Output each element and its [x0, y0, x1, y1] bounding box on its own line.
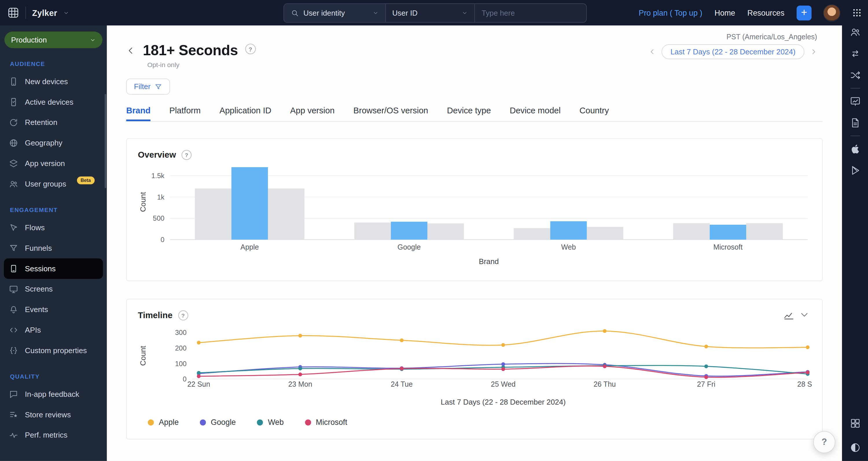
tab-device-type[interactable]: Device type — [447, 105, 491, 121]
sidebar-item-label: Retention — [25, 118, 57, 127]
search-input[interactable] — [475, 4, 587, 22]
overview-bar-chart[interactable]: 05001k1.5kAppleGoogleWebMicrosoftCountBr… — [138, 163, 812, 269]
sidebar-item-flows[interactable]: Flows — [4, 218, 103, 238]
chart-type-selector[interactable] — [783, 309, 810, 321]
tab-browser-os-version[interactable]: Browser/OS version — [353, 105, 428, 121]
date-range-pill[interactable]: Last 7 Days (22 - 28 December 2024) — [662, 44, 804, 59]
sidebar-item-geography[interactable]: Geography — [4, 133, 103, 153]
search-scope-select[interactable]: User identity — [284, 4, 386, 22]
date-next-icon[interactable] — [810, 48, 817, 55]
tab-platform[interactable]: Platform — [169, 105, 200, 121]
section-label-quality: QUALITY — [10, 373, 107, 380]
sidebar-item-app-version[interactable]: App version — [4, 153, 103, 174]
apple-icon[interactable] — [849, 143, 861, 155]
tab-application-id[interactable]: Application ID — [220, 105, 271, 121]
sidebar-item-retention[interactable]: Retention — [4, 112, 103, 133]
sidebar-item-apis[interactable]: APIs — [4, 320, 103, 340]
pro-plan-link[interactable]: Pro plan — [639, 8, 668, 18]
svg-text:0: 0 — [161, 236, 164, 243]
back-icon[interactable] — [126, 46, 136, 56]
theme-toggle-icon[interactable] — [849, 442, 861, 453]
windows-grid-icon[interactable] — [849, 418, 861, 429]
svg-text:1k: 1k — [157, 193, 164, 201]
shuffle-icon[interactable] — [849, 70, 861, 81]
svg-text:24 Tue: 24 Tue — [391, 380, 412, 388]
tab-brand[interactable]: Brand — [126, 105, 151, 121]
svg-text:26 Thu: 26 Thu — [593, 380, 616, 388]
add-button[interactable]: + — [797, 5, 812, 20]
sidebar-item-active-devices[interactable]: Active devices — [4, 92, 103, 112]
sidebar-item-screens[interactable]: Screens — [4, 279, 103, 299]
svg-text:Last 7 Days (22 - 28 December: Last 7 Days (22 - 28 December 2024) — [441, 398, 566, 406]
timeline-line-chart[interactable]: 010020030022 Sun23 Mon24 Tue25 Wed26 Thu… — [138, 324, 812, 411]
resources-link[interactable]: Resources — [747, 8, 784, 18]
svg-text:Google: Google — [398, 243, 421, 251]
flows-icon — [9, 223, 19, 233]
brand-chevron-icon[interactable] — [63, 9, 69, 15]
top-up-link[interactable]: ( Top up ) — [670, 8, 703, 18]
svg-text:25 Wed: 25 Wed — [491, 380, 516, 388]
app-launcher-icon[interactable] — [7, 7, 20, 19]
svg-text:Microsoft: Microsoft — [713, 243, 743, 251]
legend-item-apple[interactable]: Apple — [148, 418, 179, 427]
search-field-select[interactable]: User ID — [386, 4, 475, 22]
svg-text:100: 100 — [175, 360, 187, 368]
filter-funnel-icon — [155, 83, 162, 91]
overview-title: Overview — [138, 150, 176, 160]
environment-selector[interactable]: Production — [4, 32, 102, 48]
sidebar: Production AUDIENCE New devices Active d… — [0, 26, 107, 461]
title-help-icon[interactable]: ? — [245, 44, 255, 54]
floating-help-button[interactable]: ? — [813, 431, 836, 453]
svg-text:200: 200 — [175, 344, 187, 352]
legend-label: Web — [268, 418, 284, 427]
brand-name[interactable]: Zylker — [32, 8, 57, 18]
monitor-chart-icon[interactable] — [849, 96, 861, 107]
topbar-right: Pro plan ( Top up ) Home Resources + — [639, 5, 868, 21]
legend-item-microsoft[interactable]: Microsoft — [305, 418, 347, 427]
funnels-icon — [9, 243, 19, 253]
swap-arrows-icon[interactable] — [849, 48, 861, 59]
sidebar-item-new-devices[interactable]: New devices — [4, 71, 103, 92]
main-content: PST (America/Los_Angeles) Last 7 Days (2… — [107, 26, 842, 461]
svg-text:300: 300 — [175, 329, 187, 337]
svg-text:27 Fri: 27 Fri — [697, 380, 715, 388]
sidebar-item-custom-properties[interactable]: Custom properties — [4, 340, 103, 361]
tab-country[interactable]: Country — [580, 105, 609, 121]
legend-item-google[interactable]: Google — [199, 418, 236, 427]
topbar-divider — [26, 7, 26, 19]
overview-help-icon[interactable]: ? — [181, 150, 191, 160]
timeline-card-header: Timeline ? — [138, 310, 811, 320]
user-avatar[interactable] — [824, 5, 840, 21]
sidebar-item-perf-metrics[interactable]: Perf. metrics — [4, 425, 103, 446]
timeline-help-icon[interactable]: ? — [178, 310, 188, 320]
line-chart-icon — [783, 309, 794, 321]
sidebar-item-label: Events — [25, 305, 48, 314]
retention-icon — [9, 118, 19, 128]
sidebar-item-in-app-feedback[interactable]: In-app feedback — [4, 384, 103, 405]
tab-app-version[interactable]: App version — [290, 105, 335, 121]
custom-properties-icon — [9, 346, 19, 356]
google-play-icon[interactable] — [849, 165, 861, 176]
topbar-left: Zylker — [0, 7, 69, 19]
sidebar-item-events[interactable]: Events — [4, 299, 103, 320]
active-devices-icon — [9, 97, 19, 107]
users-rail-icon[interactable] — [849, 27, 861, 38]
sidebar-item-funnels[interactable]: Funnels — [4, 238, 103, 259]
svg-text:500: 500 — [153, 214, 164, 222]
date-prev-icon[interactable] — [649, 48, 656, 55]
apps-grid-icon[interactable] — [852, 8, 862, 18]
legend-item-web[interactable]: Web — [257, 418, 284, 427]
sidebar-item-user-groups[interactable]: User groups Beta — [4, 174, 103, 194]
sidebar-item-sessions[interactable]: Sessions — [4, 259, 103, 279]
screens-icon — [9, 284, 19, 294]
timeline-legend: AppleGoogleWebMicrosoft — [148, 418, 811, 427]
global-search: User identity User ID — [283, 3, 587, 23]
svg-text:Brand: Brand — [479, 257, 499, 265]
home-link[interactable]: Home — [715, 8, 735, 18]
overview-card-header: Overview ? — [138, 150, 811, 160]
filter-button[interactable]: Filter — [126, 79, 170, 95]
tab-device-model[interactable]: Device model — [510, 105, 561, 121]
sidebar-scrollbar-thumb[interactable] — [105, 94, 106, 188]
sidebar-item-store-reviews[interactable]: Store reviews — [4, 405, 103, 425]
document-icon[interactable] — [849, 118, 861, 128]
